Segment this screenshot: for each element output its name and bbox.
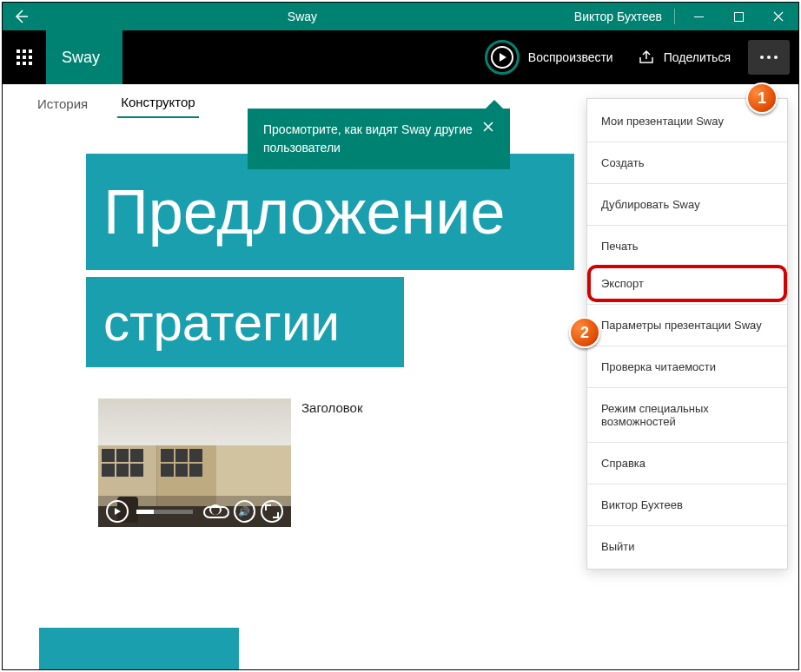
close-icon — [482, 121, 494, 133]
menu-duplicate[interactable]: Дублировать Sway — [587, 186, 787, 223]
menu-separator — [587, 142, 787, 142]
share-icon — [638, 49, 655, 66]
volume-button[interactable]: 🔊 — [234, 500, 256, 523]
play-icon — [485, 40, 520, 75]
menu-help[interactable]: Справка — [587, 445, 787, 482]
video-controls: 🔊 — [98, 496, 291, 527]
video-caption[interactable]: Заголовок — [301, 400, 363, 415]
coach-tooltip: Просмотрите, как видят Sway другие польз… — [248, 109, 510, 169]
menu-print[interactable]: Печать — [587, 227, 787, 265]
action-bar: Воспроизвести Поделиться — [473, 30, 795, 84]
close-icon — [773, 11, 784, 22]
fullscreen-icon — [267, 506, 277, 517]
video-thumbnail[interactable]: 🔊 — [98, 399, 291, 527]
title-block-2[interactable]: стратегии — [86, 277, 404, 367]
menu-readability[interactable]: Проверка читаемости — [587, 348, 787, 385]
menu-separator — [587, 225, 787, 226]
title-block-1[interactable]: Предложение — [86, 154, 574, 270]
tab-designer[interactable]: Конструктор — [117, 88, 199, 118]
menu-separator — [587, 525, 787, 526]
video-progress[interactable] — [136, 510, 193, 514]
app-bar: Sway Воспроизвести Поделиться — [3, 30, 798, 84]
annotation-badge-2: 2 — [569, 317, 600, 348]
menu-separator — [587, 304, 787, 305]
maximize-button[interactable] — [718, 3, 758, 30]
menu-separator — [587, 346, 787, 346]
close-button[interactable] — [758, 3, 798, 30]
maximize-icon — [734, 12, 744, 22]
divider — [674, 9, 675, 24]
tooltip-close-button[interactable] — [482, 121, 494, 135]
menu-accessibility[interactable]: Режим специальных возможностей — [587, 390, 787, 440]
menu-create[interactable]: Создать — [587, 144, 787, 181]
annotation-badge-1: 1 — [746, 82, 778, 114]
tab-history[interactable]: История — [34, 89, 91, 118]
arrow-left-icon — [13, 9, 29, 24]
tooltip-text: Просмотрите, как видят Sway другие польз… — [263, 121, 473, 157]
video-play-button[interactable] — [106, 500, 129, 523]
menu-export[interactable]: Экспорт — [587, 265, 787, 302]
menu-separator — [587, 484, 787, 484]
waffle-icon — [17, 49, 32, 65]
share-label: Поделиться — [664, 50, 731, 64]
fullscreen-button[interactable] — [261, 500, 283, 523]
minimize-button[interactable] — [679, 3, 718, 30]
window-title: Sway — [39, 10, 566, 23]
onedrive-icon[interactable] — [203, 504, 226, 518]
more-button[interactable] — [748, 40, 790, 75]
more-menu: Мои презентации Sway Создать Дублировать… — [586, 98, 788, 570]
content-block-3[interactable] — [39, 628, 239, 669]
play-label: Воспроизвести — [528, 50, 613, 64]
brand-label[interactable]: Sway — [46, 30, 122, 84]
share-button[interactable]: Поделиться — [626, 40, 743, 75]
menu-separator — [587, 442, 787, 443]
minimize-icon — [694, 16, 704, 17]
menu-separator — [587, 387, 787, 388]
title-bar: Sway Виктор Бухтеев — [3, 3, 798, 30]
app-launcher-button[interactable] — [3, 30, 46, 84]
menu-settings[interactable]: Параметры презентации Sway — [587, 306, 787, 344]
play-icon — [115, 508, 121, 515]
play-button[interactable]: Воспроизвести — [473, 31, 626, 83]
menu-account[interactable]: Виктор Бухтеев — [587, 486, 787, 524]
menu-separator — [587, 183, 787, 184]
user-name[interactable]: Виктор Бухтеев — [566, 10, 671, 23]
menu-exit[interactable]: Выйти — [587, 528, 787, 565]
back-button[interactable] — [3, 9, 39, 25]
